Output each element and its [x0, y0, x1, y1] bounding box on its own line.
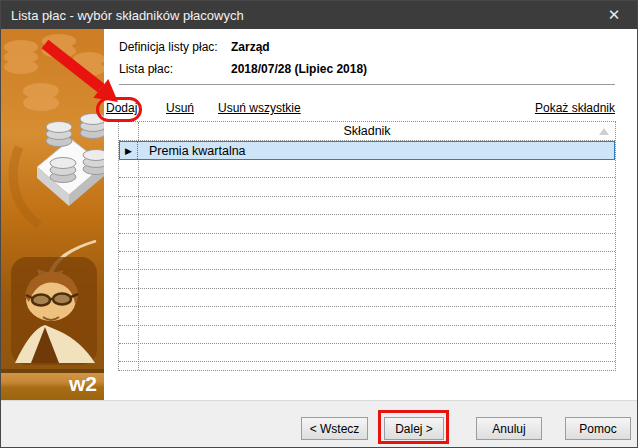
sort-ascending-icon — [599, 128, 609, 135]
coin-stack — [83, 150, 104, 175]
components-table[interactable]: Składnik ▶ Premia kwartalna — [118, 121, 616, 371]
coin-stack — [50, 158, 76, 183]
table-empty-row — [119, 362, 615, 371]
next-button[interactable]: Dalej > — [384, 417, 444, 440]
close-icon[interactable]: ✕ — [591, 1, 637, 29]
add-link[interactable]: Dodaj — [106, 101, 137, 115]
column-header-label: Składnik — [343, 124, 390, 138]
sidebar-illustration — [1, 29, 104, 400]
titlebar: Lista płac - wybór składników płacowych … — [1, 1, 637, 29]
payroll-list-value: 2018/07/28 (Lipiec 2018) — [231, 62, 367, 76]
remove-link[interactable]: Usuń — [166, 101, 194, 115]
table-empty-row — [119, 234, 615, 252]
table-empty-row — [119, 252, 615, 270]
table-empty-row — [119, 197, 615, 215]
button-bar: < Wstecz Dalej > Anuluj Pomoc — [1, 400, 637, 448]
cancel-button[interactable]: Anuluj — [476, 417, 542, 440]
help-button[interactable]: Pomoc — [565, 417, 631, 440]
sidebar-artwork: w2 — [1, 29, 104, 400]
row-selector-icon: ▶ — [120, 142, 138, 159]
payroll-components-dialog: Lista płac - wybór składników płacowych … — [0, 0, 638, 448]
table-empty-row — [119, 289, 615, 307]
table-empty-row — [119, 160, 615, 178]
table-column-header[interactable]: Składnik — [119, 122, 615, 141]
accountant-icon — [11, 257, 97, 365]
back-button[interactable]: < Wstecz — [301, 417, 368, 440]
grid-empty-rows — [119, 160, 615, 371]
table-empty-row — [119, 326, 615, 344]
remove-all-link[interactable]: Usuń wszystkie — [218, 101, 301, 115]
separator-line — [119, 84, 615, 85]
coin-stack — [46, 122, 72, 147]
table-empty-row — [119, 215, 615, 233]
definition-value: Zarząd — [231, 40, 270, 54]
table-row-selected[interactable]: ▶ Premia kwartalna — [119, 141, 615, 160]
dialog-content: Definicja listy płac: Zarząd Lista płac:… — [104, 29, 638, 400]
table-empty-row — [119, 178, 615, 196]
show-component-link[interactable]: Pokaż składnik — [535, 101, 615, 115]
payroll-list-label: Lista płac: — [119, 62, 173, 76]
component-name: Premia kwartalna — [138, 144, 246, 158]
table-empty-row — [119, 270, 615, 288]
version-badge: w2 — [1, 369, 104, 400]
table-empty-row — [119, 307, 615, 325]
coin-stack — [80, 114, 104, 139]
table-empty-row — [119, 344, 615, 362]
window-title: Lista płac - wybór składników płacowych — [1, 8, 591, 23]
definition-label: Definicja listy płac: — [119, 40, 218, 54]
